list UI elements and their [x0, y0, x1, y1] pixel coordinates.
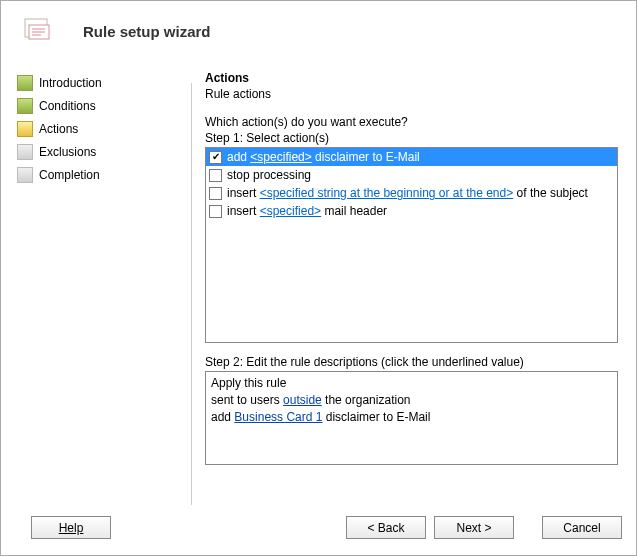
sidebar: Introduction Conditions Actions Exclusio… [13, 67, 191, 500]
actions-listbox[interactable]: ✔ add <specified> disclaimer to E-Mail s… [205, 147, 618, 343]
desc-line3: add Business Card 1 disclaimer to E-Mail [211, 409, 612, 426]
main-panel: Actions Rule actions Which action(s) do … [191, 67, 624, 500]
help-button[interactable]: Help [31, 516, 111, 539]
cancel-button[interactable]: Cancel [542, 516, 622, 539]
header: Rule setup wizard [1, 1, 636, 57]
action-pre: insert [227, 186, 260, 200]
action-row-insert-subject[interactable]: insert <specified string at the beginnin… [206, 184, 617, 202]
action-row-stop-processing[interactable]: stop processing [206, 166, 617, 184]
nav-label: Conditions [39, 99, 96, 113]
action-text: insert <specified> mail header [227, 203, 387, 219]
desc-line2: sent to users outside the organization [211, 392, 612, 409]
question-text: Which action(s) do you want execute? [205, 115, 618, 129]
nav-label: Completion [39, 168, 100, 182]
nav-icon-completion [17, 167, 33, 183]
action-text: insert <specified string at the beginnin… [227, 185, 588, 201]
action-pre: insert [227, 204, 260, 218]
wizard-icon [23, 15, 55, 47]
action-pre: add [227, 150, 250, 164]
nav-icon-actions [17, 121, 33, 137]
section-subtitle: Rule actions [205, 87, 618, 101]
desc-pre: sent to users [211, 393, 283, 407]
step2-label: Step 2: Edit the rule descriptions (clic… [205, 355, 618, 369]
action-link[interactable]: <specified> [250, 150, 311, 164]
action-text: add <specified> disclaimer to E-Mail [227, 149, 420, 165]
nav-icon-exclusions [17, 144, 33, 160]
nav-actions[interactable]: Actions [17, 119, 191, 139]
action-link[interactable]: <specified> [260, 204, 321, 218]
desc-pre: add [211, 410, 234, 424]
action-row-insert-header[interactable]: insert <specified> mail header [206, 202, 617, 220]
back-button[interactable]: < Back [346, 516, 426, 539]
action-post: mail header [321, 204, 387, 218]
nav-exclusions[interactable]: Exclusions [17, 142, 191, 162]
checkbox-icon[interactable] [209, 169, 222, 182]
desc-link-businesscard[interactable]: Business Card 1 [234, 410, 322, 424]
action-post: disclaimer to E-Mail [312, 150, 420, 164]
action-row-add-disclaimer[interactable]: ✔ add <specified> disclaimer to E-Mail [206, 148, 617, 166]
wizard-window: Rule setup wizard Introduction Condition… [0, 0, 637, 556]
nav-label: Introduction [39, 76, 102, 90]
section-title: Actions [205, 71, 618, 85]
nav-label: Actions [39, 122, 78, 136]
desc-post: the organization [322, 393, 411, 407]
next-button[interactable]: Next > [434, 516, 514, 539]
desc-post: disclaimer to E-Mail [322, 410, 430, 424]
nav-icon-introduction [17, 75, 33, 91]
action-link[interactable]: <specified string at the beginning or at… [260, 186, 514, 200]
nav-conditions[interactable]: Conditions [17, 96, 191, 116]
action-post: of the subject [513, 186, 588, 200]
action-text: stop processing [227, 167, 311, 183]
nav-completion[interactable]: Completion [17, 165, 191, 185]
footer: Help < Back Next > Cancel [1, 500, 636, 555]
body: Introduction Conditions Actions Exclusio… [1, 57, 636, 500]
step1-label: Step 1: Select action(s) [205, 131, 618, 145]
nav-icon-conditions [17, 98, 33, 114]
checkbox-icon[interactable]: ✔ [209, 151, 222, 164]
sidebar-separator [191, 83, 192, 505]
nav-label: Exclusions [39, 145, 96, 159]
nav-introduction[interactable]: Introduction [17, 73, 191, 93]
rule-description-box[interactable]: Apply this rule sent to users outside th… [205, 371, 618, 465]
checkbox-icon[interactable] [209, 187, 222, 200]
wizard-title: Rule setup wizard [83, 23, 211, 40]
desc-line1: Apply this rule [211, 375, 612, 392]
desc-link-outside[interactable]: outside [283, 393, 322, 407]
checkbox-icon[interactable] [209, 205, 222, 218]
